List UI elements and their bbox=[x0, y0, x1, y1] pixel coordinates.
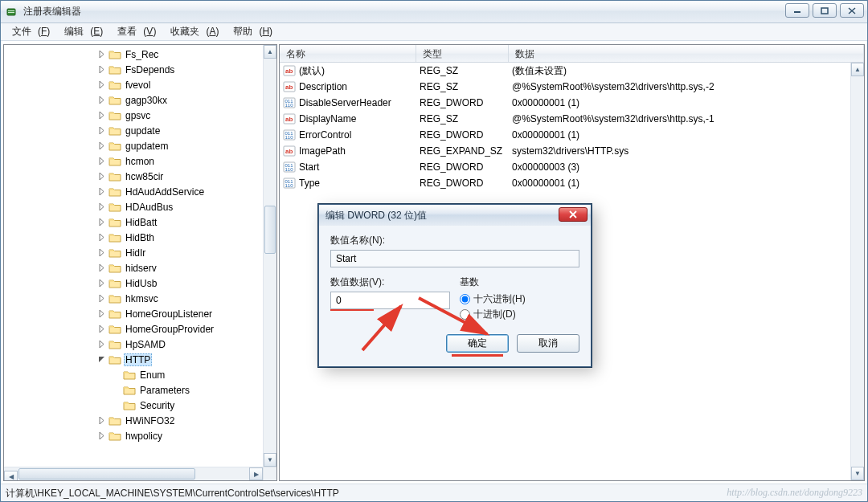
expand-icon[interactable] bbox=[97, 126, 106, 135]
expand-icon[interactable] bbox=[97, 431, 106, 440]
list-row[interactable]: ab(默认)REG_SZ(数值未设置) bbox=[280, 63, 864, 79]
dialog-close-button[interactable] bbox=[559, 207, 588, 222]
tree-horizontal-scrollbar[interactable]: ◀ ▶ bbox=[4, 467, 263, 480]
expand-icon[interactable] bbox=[97, 263, 106, 272]
tree-item[interactable]: HidUsb bbox=[4, 275, 276, 291]
folder-icon bbox=[108, 293, 121, 304]
list-row[interactable]: 011110StartREG_DWORD0x00000003 (3) bbox=[280, 159, 864, 175]
close-button[interactable] bbox=[840, 3, 864, 18]
expand-icon[interactable] bbox=[97, 309, 106, 318]
tree-item[interactable]: hcmon bbox=[4, 153, 276, 169]
tree-vertical-scrollbar[interactable]: ▲ ▼ bbox=[263, 45, 276, 467]
expand-icon[interactable] bbox=[97, 172, 106, 181]
expand-icon[interactable] bbox=[97, 233, 106, 242]
tree-item[interactable]: Fs_Rec bbox=[4, 47, 276, 62]
cancel-button[interactable]: 取消 bbox=[517, 334, 579, 353]
radio-hex[interactable]: 十六进制(H) bbox=[460, 292, 579, 306]
list-row[interactable]: abImagePathREG_EXPAND_SZsystem32\drivers… bbox=[280, 143, 864, 159]
menu-file[interactable]: 文件(F) bbox=[6, 23, 56, 40]
expand-icon[interactable] bbox=[97, 96, 106, 104]
expand-icon[interactable] bbox=[97, 50, 106, 59]
scroll-up-button[interactable]: ▲ bbox=[851, 63, 864, 76]
list-row[interactable]: 011110ErrorControlREG_DWORD0x00000001 (1… bbox=[280, 127, 864, 143]
radio-dec-input[interactable] bbox=[460, 309, 470, 320]
tree-item[interactable]: HDAudBus bbox=[4, 199, 276, 214]
expand-icon[interactable] bbox=[97, 141, 106, 150]
list-vertical-scrollbar[interactable]: ▲ ▼ bbox=[850, 63, 864, 480]
tree-item[interactable]: hwpolicy bbox=[4, 428, 276, 443]
value-data-field[interactable] bbox=[330, 292, 450, 309]
tree-item[interactable]: gpsvc bbox=[4, 108, 276, 123]
scroll-thumb[interactable] bbox=[18, 468, 195, 480]
folder-icon bbox=[108, 125, 121, 137]
expand-icon[interactable] bbox=[97, 80, 106, 89]
scroll-up-button[interactable]: ▲ bbox=[264, 45, 276, 59]
values-list[interactable]: ab(默认)REG_SZ(数值未设置)abDescriptionREG_SZ@%… bbox=[280, 63, 864, 191]
column-name[interactable]: 名称 bbox=[280, 45, 416, 62]
tree-item[interactable]: Security bbox=[4, 398, 276, 413]
tree-item[interactable]: gagp30kx bbox=[4, 92, 276, 108]
ok-button[interactable]: 确定 bbox=[446, 334, 509, 353]
expand-icon[interactable] bbox=[97, 218, 106, 227]
tree-item[interactable]: hidserv bbox=[4, 260, 276, 275]
tree-item[interactable]: Parameters bbox=[4, 382, 276, 398]
list-header[interactable]: 名称 类型 数据 bbox=[280, 45, 864, 63]
expand-icon[interactable] bbox=[97, 340, 106, 349]
tree-item[interactable]: HomeGroupListener bbox=[4, 306, 276, 321]
scroll-down-button[interactable]: ▼ bbox=[264, 453, 276, 467]
list-row[interactable]: 011110TypeREG_DWORD0x00000001 (1) bbox=[280, 175, 864, 191]
tree-item[interactable]: HdAudAddService bbox=[4, 184, 276, 199]
value-name-field[interactable] bbox=[330, 250, 579, 267]
tree-item[interactable]: Enum bbox=[4, 367, 276, 382]
tree-item[interactable]: FsDepends bbox=[4, 62, 276, 77]
expand-icon[interactable] bbox=[97, 111, 106, 120]
expand-icon[interactable] bbox=[97, 202, 106, 211]
column-data[interactable]: 数据 bbox=[509, 45, 864, 62]
radio-hex-input[interactable] bbox=[460, 294, 470, 304]
tree-item[interactable]: HTTP bbox=[4, 352, 276, 367]
tree-item[interactable]: hkmsvc bbox=[4, 291, 276, 306]
maximize-button[interactable] bbox=[813, 3, 837, 18]
scroll-right-button[interactable]: ▶ bbox=[249, 467, 263, 480]
radio-dec[interactable]: 十进制(D) bbox=[460, 308, 579, 321]
value-name: DisableServerHeader bbox=[299, 97, 391, 108]
list-row[interactable]: abDisplayNameREG_SZ@%SystemRoot%\system3… bbox=[280, 111, 864, 127]
tree-item[interactable]: hcw85cir bbox=[4, 169, 276, 184]
titlebar: 注册表编辑器 bbox=[1, 1, 867, 23]
dialog-titlebar[interactable]: 编辑 DWORD (32 位)值 bbox=[319, 205, 591, 226]
list-row[interactable]: abDescriptionREG_SZ@%SystemRoot%\system3… bbox=[280, 79, 864, 95]
tree-item[interactable]: gupdate bbox=[4, 123, 276, 138]
registry-tree[interactable]: Fs_RecFsDependsfvevolgagp30kxgpsvcgupdat… bbox=[4, 45, 276, 443]
menu-edit[interactable]: 编辑(E) bbox=[58, 23, 109, 40]
status-path: 计算机\HKEY_LOCAL_MACHINE\SYSTEM\CurrentCon… bbox=[6, 487, 339, 499]
minimize-button[interactable] bbox=[785, 3, 809, 18]
collapse-icon[interactable] bbox=[97, 355, 106, 364]
expand-icon[interactable] bbox=[97, 187, 106, 196]
tree-item[interactable]: gupdatem bbox=[4, 138, 276, 153]
column-type[interactable]: 类型 bbox=[416, 45, 509, 62]
scroll-down-button[interactable]: ▼ bbox=[851, 467, 864, 480]
tree-item[interactable]: HWiNFO32 bbox=[4, 413, 276, 428]
menu-help[interactable]: 帮助(H) bbox=[227, 23, 279, 40]
expand-icon[interactable] bbox=[97, 324, 106, 333]
expand-icon[interactable] bbox=[97, 157, 106, 165]
tree-item[interactable]: HpSAMD bbox=[4, 337, 276, 352]
scroll-left-button[interactable]: ◀ bbox=[4, 471, 18, 482]
expand-icon[interactable] bbox=[97, 416, 106, 425]
value-name: Start bbox=[299, 161, 319, 173]
expand-icon[interactable] bbox=[97, 65, 106, 74]
scroll-thumb[interactable] bbox=[264, 206, 276, 254]
expand-icon[interactable] bbox=[97, 294, 106, 303]
list-row[interactable]: 011110DisableServerHeaderREG_DWORD0x0000… bbox=[280, 95, 864, 111]
tree-item[interactable]: HidBth bbox=[4, 230, 276, 245]
tree-item[interactable]: HidBatt bbox=[4, 214, 276, 230]
tree-item-label: HidBth bbox=[124, 232, 156, 243]
tree-item[interactable]: HomeGroupProvider bbox=[4, 321, 276, 337]
svg-text:110: 110 bbox=[285, 103, 294, 108]
menu-favorites[interactable]: 收藏夹(A) bbox=[164, 23, 225, 40]
menu-view[interactable]: 查看(V) bbox=[111, 23, 162, 40]
tree-item[interactable]: HidIr bbox=[4, 245, 276, 260]
tree-item[interactable]: fvevol bbox=[4, 77, 276, 92]
expand-icon[interactable] bbox=[97, 248, 106, 257]
expand-icon[interactable] bbox=[97, 279, 106, 288]
